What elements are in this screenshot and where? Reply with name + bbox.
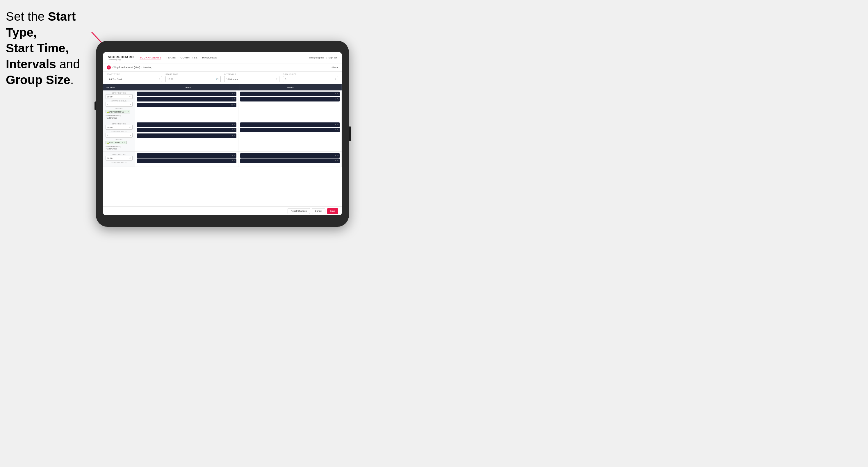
player-bar-1-1: ✕ ✎ — [137, 92, 237, 96]
course-label-2: COURSE: — [105, 139, 133, 141]
player-x-icon[interactable]: ✕ — [231, 98, 233, 100]
start-time-select[interactable]: 10:00 🕐 — [165, 76, 221, 82]
player-edit-icon[interactable]: ✎ — [234, 154, 236, 157]
starting-time-label-2: STARTING TIME: — [105, 123, 133, 125]
chevron-down-icon: ▾ — [159, 78, 160, 80]
tee-left-1: STARTING TIME: 10:00 ⏱ STARTING HOLE: 1 … — [103, 90, 135, 121]
player-bar-2-2: ✕ ✎ — [240, 97, 340, 101]
tablet-vol-button — [94, 101, 96, 110]
save-button[interactable]: Save — [327, 208, 338, 214]
player-x-icon[interactable]: ✕ — [231, 124, 233, 126]
player-edit-icon[interactable]: ✎ — [234, 124, 236, 126]
remove-group-link-2[interactable]: ○ Remove Group — [105, 146, 133, 148]
scroll-content[interactable]: STARTING TIME: 10:00 ⏱ STARTING HOLE: 1 … — [103, 90, 342, 207]
start-type-select[interactable]: 1st Tee Start ▾ — [107, 76, 162, 82]
player-bar-2-1: ✕ ✎ — [240, 92, 340, 96]
starting-hole-input-2[interactable]: 1 ⬍ — [105, 133, 133, 137]
th-tee-time: Tee Time — [103, 84, 138, 90]
player-edit-icon[interactable]: ✎ — [234, 104, 235, 106]
start-time-group: Start Time 10:00 🕐 — [165, 73, 221, 82]
course-row-2: ⛳ East Lake GC ✕ ✎ — [105, 141, 133, 144]
intervals-select[interactable]: 10 Minutes ▾ — [224, 76, 279, 82]
starting-time-input-2[interactable]: 10:10 ⏱ — [105, 125, 133, 130]
nav-link-teams[interactable]: TEAMS — [166, 56, 176, 60]
reset-changes-button[interactable]: Reset Changes — [287, 208, 310, 214]
player-edit-icon[interactable]: ✎ — [234, 160, 236, 162]
nav-link-committee[interactable]: COMMITTEE — [181, 56, 198, 60]
add-group-link-1[interactable]: + Add Group — [105, 117, 133, 119]
clock-icon: 🕐 — [216, 78, 219, 80]
breadcrumb-separator: › — [141, 66, 142, 69]
player-bar-4-1: ✕ ✎ — [240, 122, 340, 127]
course-edit-1[interactable]: ✎ — [127, 111, 129, 113]
nav-link-rankings[interactable]: RANKINGS — [202, 56, 217, 60]
player-x-icon[interactable]: ✕ — [231, 104, 233, 106]
course-edit-2[interactable]: ✎ — [124, 141, 126, 144]
intervals-group: Intervals 10 Minutes ▾ — [224, 73, 279, 82]
player-edit-icon[interactable]: ✎ — [337, 98, 339, 100]
instruction-text: Set the Start Type,Start Time,Intervals … — [6, 9, 96, 88]
tablet-device: SCOREBOARD Powered by clipp TOURNAMENTS … — [96, 41, 349, 227]
team2-col-2: ✕ ✎ ✕ ✎ — [239, 121, 342, 152]
starting-hole-label-3: STARTING HOLE: — [105, 162, 133, 163]
player-x-icon[interactable]: ✕ — [231, 154, 233, 157]
player-bar-3-2: ✕ ✎ — [137, 128, 237, 132]
add-group-link-2[interactable]: + Add Group — [105, 148, 133, 150]
player-bar-6-1: ✕ ✎ — [240, 153, 340, 158]
player-edit-icon[interactable]: ✎ — [337, 160, 339, 162]
player-x-icon[interactable]: ✕ — [335, 129, 336, 131]
course-row-1: ⛳ (A) Peachtree GC ✕ ✎ — [105, 110, 133, 114]
player-edit-icon[interactable]: ✎ — [234, 98, 236, 100]
tee-left-2: STARTING TIME: 10:10 ⏱ STARTING HOLE: 1 … — [103, 121, 135, 152]
player-x-icon[interactable]: ✕ — [231, 93, 233, 95]
start-type-label: Start Type — [107, 73, 162, 75]
course-tag-2: ⛳ East Lake GC ✕ ✎ — [105, 141, 127, 144]
instruction-bold2: Group Size — [6, 73, 70, 87]
back-link[interactable]: ‹ Back — [331, 66, 338, 69]
remove-group-link-1[interactable]: ○ Remove Group — [105, 115, 133, 117]
team1-col-1: ✕ ✎ ✕ ✎ ✕ ✎ — [135, 90, 239, 121]
spin-icon-2: ⬍ — [130, 134, 131, 136]
starting-hole-input-1[interactable]: 1 ⬍ — [105, 102, 133, 107]
breadcrumb-tournament[interactable]: Clippd Invitational (Mar) — [113, 66, 140, 69]
table-header: Tee Time Team 1 Team 2 — [103, 84, 342, 90]
player-edit-icon[interactable]: ✎ — [337, 129, 339, 131]
player-bar-5-2: ✕ ✎ — [137, 158, 237, 163]
starting-hole-label-1: STARTING HOLE: — [105, 100, 133, 102]
player-edit-icon[interactable]: ✎ — [234, 93, 236, 95]
player-edit-icon[interactable]: ✎ — [337, 154, 339, 157]
clock-icon-1: ⏱ — [129, 96, 131, 97]
course-remove-2[interactable]: ✕ — [122, 141, 123, 144]
player-x-icon[interactable]: ✕ — [335, 124, 336, 126]
breadcrumb-current: Hosting — [143, 66, 152, 69]
player-bar-1-2: ✕ ✎ — [137, 97, 237, 101]
player-bar-3-3: ✕ ✎ — [137, 133, 237, 138]
starting-time-input-3[interactable]: 10:20 ⏱ — [105, 156, 133, 160]
starting-time-label-3: STARTING TIME: — [105, 154, 133, 156]
player-edit-icon[interactable]: ✎ — [234, 135, 236, 137]
starting-time-input-1[interactable]: 10:00 ⏱ — [105, 94, 133, 99]
logo-sub: Powered by clipp — [108, 59, 134, 61]
course-remove-1[interactable]: ✕ — [125, 111, 127, 113]
nav-bar: SCOREBOARD Powered by clipp TOURNAMENTS … — [103, 52, 342, 63]
player-x-icon[interactable]: ✕ — [231, 160, 233, 162]
intervals-label: Intervals — [224, 73, 279, 75]
nav-link-tournaments[interactable]: TOURNAMENTS — [140, 56, 161, 60]
player-x-icon[interactable]: ✕ — [335, 154, 336, 157]
player-edit-icon[interactable]: ✎ — [337, 93, 339, 95]
cancel-button[interactable]: Cancel — [312, 208, 326, 214]
player-x-icon[interactable]: ✕ — [335, 93, 336, 95]
tee-left-3: STARTING TIME: 10:20 ⏱ STARTING HOLE: — [103, 152, 135, 167]
clock-icon-2: ⏱ — [129, 126, 131, 128]
player-edit-icon[interactable]: ✎ — [337, 124, 339, 126]
spin-icon-1: ⬍ — [130, 103, 131, 105]
group-size-select[interactable]: 3 ▾ — [283, 76, 338, 82]
sign-out-link[interactable]: Sign out — [329, 56, 337, 59]
player-x-icon[interactable]: ✕ — [335, 98, 336, 100]
instruction-bold: Start Type,Start Time,Intervals — [6, 9, 75, 71]
player-x-icon[interactable]: ✕ — [231, 129, 233, 131]
player-x-icon[interactable]: ✕ — [231, 135, 233, 137]
player-x-icon[interactable]: ✕ — [335, 160, 336, 162]
player-edit-icon[interactable]: ✎ — [234, 129, 236, 131]
group-size-label: Group Size — [283, 73, 338, 75]
